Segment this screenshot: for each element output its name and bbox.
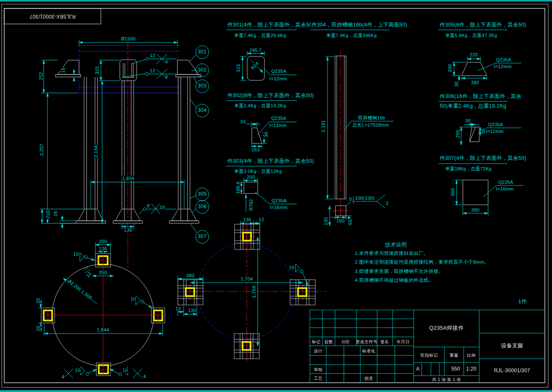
tb-scale-label: 比例	[467, 353, 476, 358]
planl-dim-20a: 20	[36, 298, 41, 304]
part303-dim-width: 200	[246, 175, 255, 180]
part306-thickness: t=12mm	[486, 129, 504, 134]
balloon-304: 304	[198, 108, 207, 113]
weld2-size: 12	[150, 68, 156, 73]
part304-weld-length: 100(100)	[355, 196, 375, 201]
planl-weld-bl-size: 10	[75, 368, 81, 373]
part306-dim-height: 200	[455, 129, 460, 138]
note-2: 2.图中未注明连接处均采用焊接结构，要求焊高不小于8mm。	[354, 260, 490, 265]
part307-title: 件307(4件，除上下表面外，其余50)	[439, 156, 527, 162]
planl-dim-20b: 20	[36, 326, 41, 332]
planm-dim-136: 136	[243, 217, 251, 222]
part304-dim-65: 65	[348, 219, 353, 225]
tb-standard: 标准化	[362, 349, 376, 353]
planm-dim-12b: 12	[175, 306, 182, 311]
part306-material: Q235A	[488, 122, 504, 127]
balloon-307: 307	[198, 234, 207, 239]
balloon-303: 303	[198, 83, 207, 89]
balloons	[189, 46, 209, 244]
dim-16-top: 16	[61, 67, 66, 74]
weld2-num: 8	[165, 74, 168, 79]
part304-weight: 单重7.4Kg，总重346Kg	[326, 33, 377, 38]
part301-weight: 单重7.4Kg，总重29.6Kg	[234, 33, 286, 38]
dim-136: 136	[124, 228, 132, 233]
tb-design: 设计	[314, 349, 323, 353]
dim-2184: 2,184	[93, 145, 98, 158]
planm-weld-size: 10	[289, 265, 295, 270]
planl-weld-top: 10	[73, 252, 79, 257]
part302-weight: 单重2.4Kg，总重19.2Kg	[234, 103, 286, 108]
planm-dim-12a: 12	[259, 217, 265, 222]
part304-label-channel: 双拼槽钢16b	[358, 115, 386, 120]
dim-315: 315	[95, 66, 100, 74]
part301-dim-height: 315	[236, 64, 241, 72]
part307-dim-width: 380	[471, 207, 480, 212]
centerlines	[128, 40, 349, 269]
elevation-geometry	[55, 60, 201, 223]
note-4: 4.双拼槽钢不得超过钢板的外边线。	[354, 278, 434, 283]
planl-dim-1844: 1,844	[96, 327, 109, 332]
cad-sheet[interactable]: RJL5BX-30001/307 1件 Ø1500 252 16 315 2,2…	[0, 0, 552, 392]
part304-dim-130: 130	[323, 217, 328, 225]
dim-252: 252	[38, 72, 43, 80]
part305-thickness: t=12mm	[494, 64, 512, 69]
dim-16-bottom: 16	[53, 211, 58, 217]
part304-weld-num: 2	[386, 201, 389, 206]
corner-drawing-code: RJL5BX-30001/307	[29, 13, 76, 19]
tb-weight-label: 重量	[449, 353, 459, 358]
balloon-301: 301	[198, 49, 207, 55]
dim-2207: 2,207	[39, 143, 44, 156]
planl-weld-right: 10	[130, 297, 137, 302]
tb-scale-value: 1:20	[466, 366, 477, 372]
part304-dim-length: 2,191	[321, 119, 326, 132]
notes-title: 技术说明	[385, 242, 407, 248]
part303-thickness: t=16mm	[269, 205, 288, 210]
balloon-302: 302	[198, 67, 207, 73]
tb-rev-date: 年月日	[396, 339, 410, 344]
part304-weld-size: 5	[349, 196, 352, 201]
part304-dim-160: 160	[336, 218, 345, 223]
note-3: 3.焊缝要求美观，双拼槽钢不允许拼接。	[354, 269, 444, 274]
part302-dim-side: 30	[264, 132, 269, 138]
part301-thickness: t=12mm	[269, 76, 288, 81]
part303-weight: 单重3.0Kg，总重12Kg	[234, 169, 283, 174]
part301-title: 件301(4件，除上下表面外，其余50)	[227, 22, 314, 28]
tb-rev-zone: 分区	[341, 339, 351, 344]
balloon-305: 305	[198, 191, 207, 197]
note-1: 1.本件要求与筒体焊接好后出厂。	[354, 251, 429, 256]
tb-sheet-info: 共 1 张 第 1 张	[432, 377, 461, 382]
sheet-quantity: 1件	[518, 299, 528, 305]
tb-check: 审核	[314, 367, 323, 372]
weld3-num: 16	[159, 205, 166, 210]
part305-weight: 单重5.9Kg，总重47.2Kg	[445, 33, 497, 38]
part302-material: Q235A	[271, 116, 287, 121]
planm-dim-1704-v: 1,704	[251, 285, 256, 298]
tb-rev-mark: 标记	[312, 339, 321, 344]
drawing-geometry	[0, 0, 552, 392]
planm-dim-380: 380	[186, 273, 195, 278]
balloon-306: 306	[198, 204, 207, 209]
part305-dim-top: 220	[469, 52, 478, 57]
planm-dim-130: 130	[188, 308, 196, 313]
tb-product-name: 设备支腿	[500, 343, 523, 349]
planl-weld-br-num: 4	[143, 374, 146, 379]
part302-thickness: t=12mm	[269, 123, 287, 128]
dim-216: 216	[45, 210, 50, 219]
part306-title-line2: 50)单重2.4Kg，总重19.2Kg	[439, 103, 507, 109]
part301-material: Q235A	[271, 69, 287, 74]
tb-stage-value: A	[416, 366, 420, 372]
part306-dim-top: 30	[465, 118, 471, 123]
planl-dim-200: 200	[98, 239, 107, 244]
elevation-shell-lines	[78, 45, 180, 93]
tb-weight-value: 550	[451, 366, 461, 372]
tb-stage-label: 阶段标记	[420, 353, 438, 358]
part303-material: Q235A	[271, 198, 287, 203]
part303-radius: R762	[248, 199, 254, 211]
planl-dim-250: 250	[98, 270, 107, 275]
part303-title: 件303(4件，除上下表面外，其余50)	[227, 159, 314, 164]
part305-title: 件305(8件，除上下表面外，其余50)	[439, 22, 527, 28]
part307-thickness: t=16mm	[496, 186, 514, 191]
part301-dim-width: 245.7	[249, 48, 262, 53]
plan-left	[38, 243, 165, 378]
part304-label-totallen: 总长L=17528mm	[352, 122, 390, 127]
